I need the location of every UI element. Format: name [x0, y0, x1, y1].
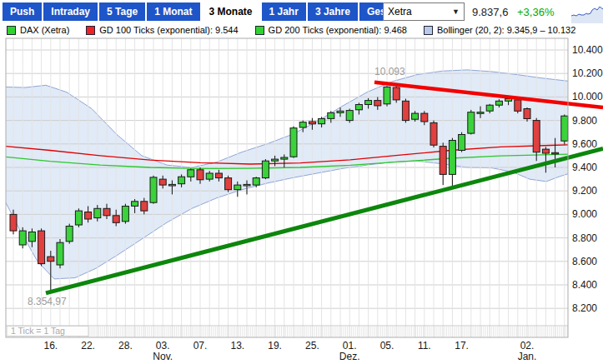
- quote-change: +3,36%: [517, 6, 554, 18]
- bollinger-band: [6, 70, 568, 279]
- svg-text:9.800: 9.800: [572, 115, 597, 127]
- svg-text:8.200: 8.200: [572, 302, 597, 314]
- legend-item: Bollinger (20, 2): 9.345,9 – 10.132: [424, 25, 575, 35]
- svg-text:8.354,97: 8.354,97: [28, 296, 67, 307]
- legend-item: GD 200 Ticks (exponential): 9.468: [255, 25, 407, 35]
- range-button-3-jahre[interactable]: 3 Jahre: [308, 2, 358, 21]
- range-button-1-monat[interactable]: 1 Monat: [147, 2, 199, 21]
- mini-sparkline-chart: [571, 2, 603, 23]
- dax-chart-page: { "toolbar": { "buttons": [ {"label": "P…: [0, 0, 603, 364]
- legend-label: Bollinger (20, 2): 9.345,9 – 10.132: [437, 25, 575, 35]
- legend-item: GD 100 Ticks (exponential): 9.544: [86, 25, 238, 35]
- svg-text:Jan.: Jan.: [518, 351, 537, 362]
- svg-text:10.400: 10.400: [572, 44, 603, 56]
- svg-text:02.: 02.: [520, 340, 535, 352]
- range-button-5-tage[interactable]: 5 Tage: [99, 2, 145, 21]
- x-axis-labels: 16.22.28.03.Nov.07.13.19.25.01.Dez.05.11…: [43, 340, 536, 362]
- chart-legend: DAX (Xetra)GD 100 Ticks (exponential): 9…: [7, 25, 575, 35]
- tick-ruler: [6, 326, 568, 337]
- range-button-3-monate[interactable]: 3 Monate: [202, 2, 260, 21]
- svg-text:8.600: 8.600: [572, 256, 597, 267]
- svg-text:19.: 19.: [268, 340, 282, 352]
- svg-text:17.: 17.: [455, 340, 469, 352]
- quote-price: 9.837,6: [472, 6, 508, 18]
- chevron-down-icon: ▼: [452, 7, 460, 16]
- svg-text:01.: 01.: [343, 340, 357, 352]
- svg-text:07.: 07.: [193, 340, 208, 352]
- svg-text:Dez.: Dez.: [339, 351, 360, 362]
- svg-text:28.: 28.: [118, 340, 133, 352]
- svg-text:10.093: 10.093: [374, 66, 405, 77]
- legend-item: DAX (Xetra): [7, 25, 69, 35]
- legend-label: GD 100 Ticks (exponential): 9.544: [99, 25, 238, 35]
- y-axis-labels: 10.40010.20010.0009.8009.6009.4009.2009.…: [572, 44, 603, 314]
- svg-text:9.600: 9.600: [572, 138, 597, 150]
- svg-text:9.200: 9.200: [572, 185, 597, 197]
- range-button-push[interactable]: Push: [3, 2, 42, 21]
- svg-text:13.: 13.: [230, 340, 244, 352]
- svg-text:05.: 05.: [380, 340, 394, 352]
- legend-label: DAX (Xetra): [20, 25, 69, 35]
- svg-text:1 Tick = 1 Tag: 1 Tick = 1 Tag: [11, 326, 65, 336]
- range-button-1-jahr[interactable]: 1 Jahr: [262, 2, 306, 21]
- market-select-dropdown[interactable]: Xetra ▼: [383, 2, 465, 21]
- legend-swatch-icon: [255, 26, 264, 35]
- svg-text:8.800: 8.800: [572, 232, 597, 244]
- tick-scale: 1 Tick = 1 Tag: [7, 326, 88, 337]
- price-chart[interactable]: 10.0938.354,9710.40010.20010.0009.8009.6…: [0, 0, 603, 364]
- svg-text:Nov.: Nov.: [153, 351, 173, 362]
- legend-label: GD 200 Ticks (exponential): 9.468: [269, 25, 407, 35]
- market-select-value: Xetra: [388, 6, 412, 17]
- svg-text:10.200: 10.200: [572, 67, 603, 79]
- legend-swatch-icon: [424, 26, 433, 35]
- range-button-intraday[interactable]: Intraday: [43, 2, 98, 21]
- legend-swatch-icon: [86, 26, 95, 35]
- svg-text:11.: 11.: [418, 340, 431, 352]
- svg-text:22.: 22.: [81, 340, 95, 352]
- svg-text:25.: 25.: [305, 340, 319, 352]
- svg-text:10.000: 10.000: [572, 91, 603, 102]
- svg-text:9.000: 9.000: [572, 208, 597, 220]
- quote: 9.837,6 +3,36%: [472, 6, 554, 18]
- svg-text:9.400: 9.400: [572, 162, 597, 173]
- svg-text:8.400: 8.400: [572, 279, 597, 291]
- svg-text:16.: 16.: [43, 340, 58, 352]
- range-toolbar: PushIntraday5 Tage1 Monat3 Monate1 Jahr3…: [3, 2, 411, 21]
- legend-swatch-icon: [7, 26, 16, 35]
- svg-text:03.: 03.: [156, 340, 170, 352]
